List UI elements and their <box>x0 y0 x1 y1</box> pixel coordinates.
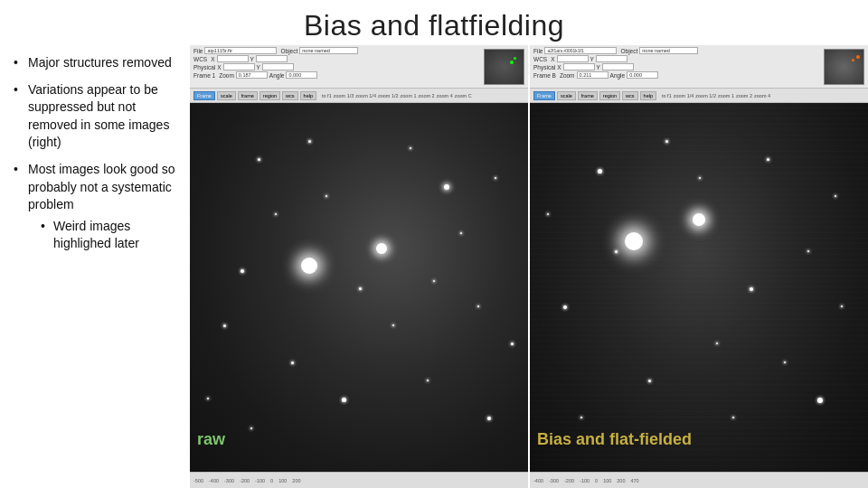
raw-px-input[interactable] <box>223 63 255 70</box>
raw-file-label: File <box>193 48 203 54</box>
flat-py-input[interactable] <box>602 63 634 70</box>
bullet-variations: Variations appear to be suppressed but n… <box>14 81 181 152</box>
flat-toolbar: File a2f1ars.r0001k1f1 Object none named <box>530 45 868 89</box>
flat-y-input[interactable] <box>596 55 627 62</box>
flat-astro-image: Bias and flat-fielded <box>530 103 868 472</box>
bullet-text: Most images look good so probably not a … <box>28 162 175 211</box>
flat-nav-frame[interactable]: Frame <box>533 91 555 100</box>
flat-canvas <box>530 103 868 472</box>
flat-bottom-strip: -400 -300 -200 -100 0 100 200 470 <box>530 472 868 488</box>
raw-nav-wcs[interactable]: wcs <box>282 91 297 100</box>
raw-file-input[interactable]: aip1115r.ftr <box>204 47 277 54</box>
raw-nav-help[interactable]: help <box>300 91 316 100</box>
sub-bullet-weird: Weird images highlighed later <box>41 218 181 253</box>
flat-angle-input[interactable]: 0.000 <box>627 71 658 79</box>
raw-object-input[interactable]: none named <box>299 47 358 54</box>
page-title: Bias and flatfielding <box>0 0 868 42</box>
sub-bullet-text: Weird images highlighed later <box>53 219 139 251</box>
raw-nav-frame[interactable]: Frame <box>193 91 215 100</box>
flat-px-input[interactable] <box>563 63 595 70</box>
flat-zoom-input[interactable]: 0.211 <box>577 71 609 79</box>
raw-py-input[interactable] <box>262 63 294 70</box>
flat-nav-scale[interactable]: scale <box>557 91 576 100</box>
bullet-most-images: Most images look good so probably not a … <box>14 161 181 253</box>
raw-mini-thumb <box>484 49 524 85</box>
raw-x-input[interactable] <box>217 55 249 62</box>
raw-image-panel: File aip1115r.ftr Object none named <box>190 45 528 488</box>
raw-bottom-strip: -500 -400 -300 -200 -100 0 100 200 <box>190 472 528 488</box>
raw-label: raw <box>197 430 225 449</box>
raw-nav-strip: Frame scale frame region wcs help to f1 … <box>190 89 528 103</box>
flat-nav-wcs[interactable]: wcs <box>622 91 637 100</box>
flat-object-label: Object <box>620 48 637 54</box>
flat-nav-frame2[interactable]: frame <box>578 91 598 100</box>
flatfielded-image-panel: File a2f1ars.r0001k1f1 Object none named <box>530 45 868 488</box>
raw-nav-frame2[interactable]: frame <box>238 91 258 100</box>
raw-angle-input[interactable]: 0.000 <box>286 71 317 79</box>
flat-file-label: File <box>533 48 542 54</box>
flat-nav-help[interactable]: help <box>640 91 656 100</box>
flat-file-input[interactable]: a2f1ars.r0001k1f1 <box>544 47 617 54</box>
raw-object-label: Object <box>280 48 297 54</box>
flat-nav-region[interactable]: region <box>599 91 620 100</box>
flat-label: Bias and flat-fielded <box>537 430 692 449</box>
raw-toolbar: File aip1115r.ftr Object none named <box>190 45 528 89</box>
bullet-text: Major structures removed <box>28 55 172 70</box>
images-area: File aip1115r.ftr Object none named <box>190 45 868 488</box>
flat-object-input[interactable]: none named <box>639 47 698 54</box>
bullet-text: Variations appear to be suppressed but n… <box>28 82 169 150</box>
raw-nav-scale[interactable]: scale <box>217 91 236 100</box>
raw-astro-image: raw <box>190 103 528 472</box>
raw-nav-region[interactable]: region <box>259 91 280 100</box>
raw-canvas <box>190 103 528 472</box>
bullet-major-structures: Major structures removed <box>14 54 181 72</box>
bullet-points-panel: Major structures removed Variations appe… <box>0 45 190 271</box>
raw-y-input[interactable] <box>256 55 288 62</box>
flat-mini-thumb <box>824 49 864 85</box>
flat-x-input[interactable] <box>557 55 589 62</box>
raw-zoom-input[interactable]: 0.187 <box>236 71 268 79</box>
flat-nav-strip: Frame scale frame region wcs help to f1 … <box>530 89 868 103</box>
